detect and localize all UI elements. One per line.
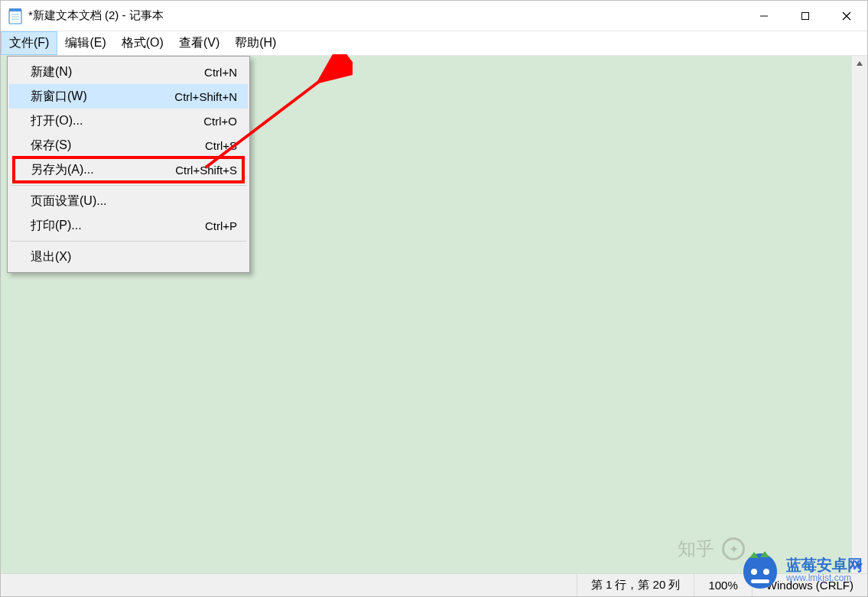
window-title: *新建文本文档 (2) - 记事本 bbox=[28, 8, 164, 23]
menu-item-label: 打印(P)... bbox=[31, 218, 82, 234]
menu-item-label: 页面设置(U)... bbox=[31, 193, 107, 209]
menu-item-open[interactable]: 打开(O)... Ctrl+O bbox=[9, 109, 248, 133]
blueberry-icon bbox=[739, 549, 782, 592]
svg-rect-1 bbox=[9, 8, 21, 11]
svg-rect-6 bbox=[802, 12, 809, 19]
menu-item-label: 新窗口(W) bbox=[31, 89, 87, 105]
menubar: 文件(F) 编辑(E) 格式(O) 查看(V) 帮助(H) bbox=[1, 31, 867, 56]
menu-help[interactable]: 帮助(H) bbox=[227, 31, 284, 55]
menu-format[interactable]: 格式(O) bbox=[114, 31, 171, 55]
menu-item-save-as[interactable]: 另存为(A)... Ctrl+Shift+S bbox=[9, 157, 248, 182]
menu-item-new[interactable]: 新建(N) Ctrl+N bbox=[9, 60, 248, 84]
menu-item-print[interactable]: 打印(P)... Ctrl+P bbox=[9, 213, 248, 238]
scroll-up-icon[interactable] bbox=[852, 56, 867, 71]
menu-item-label: 打开(O)... bbox=[31, 113, 83, 129]
menu-item-shortcut: Ctrl+S bbox=[205, 139, 237, 152]
statusbar: 第 1 行，第 20 列 100% Windows (CRLF) bbox=[1, 573, 867, 596]
titlebar: *新建文本文档 (2) - 记事本 bbox=[1, 1, 867, 31]
window-controls bbox=[743, 1, 867, 31]
svg-point-10 bbox=[751, 569, 757, 575]
menu-file[interactable]: 文件(F) bbox=[1, 31, 57, 55]
menu-item-exit[interactable]: 退出(X) bbox=[9, 245, 248, 269]
menu-item-shortcut: Ctrl+Shift+S bbox=[175, 164, 237, 177]
menu-separator bbox=[11, 241, 246, 242]
watermark-zhihu: 知乎 ✦ bbox=[678, 537, 745, 561]
svg-point-11 bbox=[763, 569, 769, 575]
menu-item-shortcut: Ctrl+P bbox=[205, 219, 237, 232]
notepad-icon bbox=[8, 8, 22, 24]
menu-item-label: 新建(N) bbox=[31, 64, 72, 80]
menu-edit[interactable]: 编辑(E) bbox=[57, 31, 113, 55]
notepad-window: *新建文本文档 (2) - 记事本 文件(F) 编辑(E) 格式(O) 查看(V… bbox=[0, 0, 868, 597]
watermark-site-url: www.lmkjst.com bbox=[786, 573, 863, 583]
close-button[interactable] bbox=[826, 1, 867, 31]
menu-item-page-setup[interactable]: 页面设置(U)... bbox=[9, 189, 248, 213]
menu-separator bbox=[11, 185, 246, 186]
menu-item-label: 保存(S) bbox=[31, 138, 71, 154]
status-cursor-position: 第 1 行，第 20 列 bbox=[577, 574, 695, 596]
minimize-button[interactable] bbox=[743, 1, 785, 31]
watermark-site-name: 蓝莓安卓网 bbox=[786, 556, 863, 573]
menu-item-new-window[interactable]: 新窗口(W) Ctrl+Shift+N bbox=[9, 84, 248, 109]
file-dropdown-menu: 新建(N) Ctrl+N 新窗口(W) Ctrl+Shift+N 打开(O)..… bbox=[7, 56, 250, 273]
menu-item-label: 另存为(A)... bbox=[31, 162, 94, 178]
svg-rect-12 bbox=[751, 579, 769, 583]
status-spacer bbox=[1, 574, 577, 596]
menu-view[interactable]: 查看(V) bbox=[171, 31, 227, 55]
menu-item-shortcut: Ctrl+N bbox=[204, 66, 237, 79]
watermark-zhihu-text: 知乎 bbox=[678, 537, 714, 561]
maximize-button[interactable] bbox=[785, 1, 826, 31]
menu-item-shortcut: Ctrl+O bbox=[203, 115, 237, 128]
titlebar-left: *新建文本文档 (2) - 记事本 bbox=[1, 8, 164, 24]
menu-item-save[interactable]: 保存(S) Ctrl+S bbox=[9, 133, 248, 157]
watermark-site: 蓝莓安卓网 www.lmkjst.com bbox=[739, 549, 863, 592]
menu-item-shortcut: Ctrl+Shift+N bbox=[174, 90, 237, 103]
menu-item-label: 退出(X) bbox=[31, 249, 71, 265]
vertical-scrollbar[interactable] bbox=[852, 56, 867, 573]
watermark-site-text: 蓝莓安卓网 www.lmkjst.com bbox=[786, 556, 863, 583]
